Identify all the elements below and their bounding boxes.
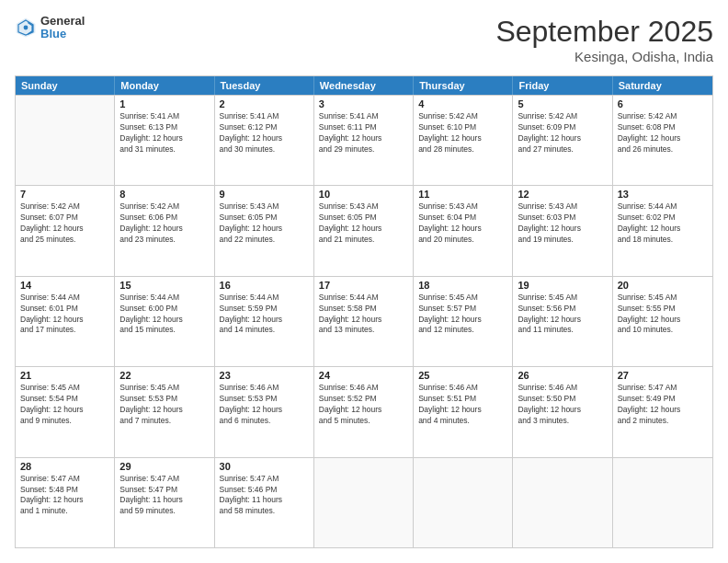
day-number: 1: [119, 98, 209, 109]
day-number: 7: [20, 189, 109, 200]
day-number: 5: [518, 98, 607, 109]
day-info: Sunrise: 5:46 AM Sunset: 5:52 PM Dayligh…: [319, 383, 408, 427]
day-number: 20: [618, 280, 708, 291]
day-info: Sunrise: 5:42 AM Sunset: 6:08 PM Dayligh…: [618, 111, 708, 155]
day-number: 30: [220, 461, 309, 472]
day-number: 14: [20, 280, 109, 291]
day-info: Sunrise: 5:42 AM Sunset: 6:07 PM Dayligh…: [20, 201, 109, 246]
day-number: 26: [518, 370, 607, 381]
calendar: Sunday Monday Tuesday Wednesday Thursday…: [15, 75, 713, 548]
day-info: Sunrise: 5:44 AM Sunset: 6:02 PM Dayligh…: [618, 201, 708, 246]
day-number: 21: [20, 370, 109, 381]
day-number: 22: [119, 370, 209, 381]
day-info: Sunrise: 5:45 AM Sunset: 5:55 PM Dayligh…: [618, 293, 708, 337]
day-info: Sunrise: 5:44 AM Sunset: 5:59 PM Dayligh…: [220, 293, 309, 337]
calendar-body: 1Sunrise: 5:41 AM Sunset: 6:13 PM Daylig…: [16, 95, 712, 547]
day-info: Sunrise: 5:44 AM Sunset: 6:01 PM Dayligh…: [20, 293, 109, 337]
day-number: 16: [220, 280, 309, 291]
day-cell-14: 14Sunrise: 5:44 AM Sunset: 6:01 PM Dayli…: [16, 277, 115, 366]
day-number: 8: [119, 189, 209, 200]
day-cell-5: 5Sunrise: 5:42 AM Sunset: 6:09 PM Daylig…: [513, 96, 612, 185]
day-cell-4: 4Sunrise: 5:42 AM Sunset: 6:10 PM Daylig…: [414, 96, 513, 185]
day-cell-6: 6Sunrise: 5:42 AM Sunset: 6:08 PM Daylig…: [613, 96, 712, 185]
day-number: 24: [319, 370, 408, 381]
day-cell-26: 26Sunrise: 5:46 AM Sunset: 5:50 PM Dayli…: [513, 367, 612, 456]
day-info: Sunrise: 5:47 AM Sunset: 5:47 PM Dayligh…: [119, 474, 209, 518]
day-cell-12: 12Sunrise: 5:43 AM Sunset: 6:03 PM Dayli…: [513, 186, 612, 275]
day-info: Sunrise: 5:45 AM Sunset: 5:56 PM Dayligh…: [518, 293, 607, 337]
day-cell-22: 22Sunrise: 5:45 AM Sunset: 5:53 PM Dayli…: [115, 367, 214, 456]
day-info: Sunrise: 5:44 AM Sunset: 5:58 PM Dayligh…: [319, 293, 408, 337]
day-info: Sunrise: 5:41 AM Sunset: 6:13 PM Dayligh…: [119, 111, 209, 155]
day-info: Sunrise: 5:47 AM Sunset: 5:48 PM Dayligh…: [20, 474, 109, 518]
page: General Blue September 2025 Kesinga, Odi…: [0, 0, 728, 563]
header-monday: Monday: [115, 76, 214, 95]
day-number: 17: [319, 280, 408, 291]
day-cell-18: 18Sunrise: 5:45 AM Sunset: 5:57 PM Dayli…: [414, 277, 513, 366]
week-row-4: 21Sunrise: 5:45 AM Sunset: 5:54 PM Dayli…: [16, 366, 712, 456]
header-sunday: Sunday: [16, 76, 115, 95]
title-block: September 2025 Kesinga, Odisha, India: [495, 15, 713, 64]
day-info: Sunrise: 5:41 AM Sunset: 6:12 PM Dayligh…: [220, 111, 309, 155]
day-cell-10: 10Sunrise: 5:43 AM Sunset: 6:05 PM Dayli…: [314, 186, 414, 275]
logo-general: General: [40, 14, 85, 28]
day-cell-23: 23Sunrise: 5:46 AM Sunset: 5:53 PM Dayli…: [215, 367, 314, 456]
day-cell-9: 9Sunrise: 5:43 AM Sunset: 6:05 PM Daylig…: [215, 186, 314, 275]
day-number: 3: [319, 98, 408, 109]
day-info: Sunrise: 5:46 AM Sunset: 5:51 PM Dayligh…: [418, 383, 507, 427]
day-cell-16: 16Sunrise: 5:44 AM Sunset: 5:59 PM Dayli…: [215, 277, 314, 366]
calendar-header: Sunday Monday Tuesday Wednesday Thursday…: [16, 76, 712, 95]
day-info: Sunrise: 5:45 AM Sunset: 5:53 PM Dayligh…: [119, 383, 209, 427]
day-cell-20: 20Sunrise: 5:45 AM Sunset: 5:55 PM Dayli…: [613, 277, 712, 366]
logo-text: General Blue: [40, 15, 85, 41]
day-info: Sunrise: 5:42 AM Sunset: 6:10 PM Dayligh…: [418, 111, 507, 155]
day-cell-19: 19Sunrise: 5:45 AM Sunset: 5:56 PM Dayli…: [513, 277, 612, 366]
day-cell-24: 24Sunrise: 5:46 AM Sunset: 5:52 PM Dayli…: [314, 367, 414, 456]
day-cell-2: 2Sunrise: 5:41 AM Sunset: 6:12 PM Daylig…: [215, 96, 314, 185]
day-cell-17: 17Sunrise: 5:44 AM Sunset: 5:58 PM Dayli…: [314, 277, 414, 366]
day-cell-1: 1Sunrise: 5:41 AM Sunset: 6:13 PM Daylig…: [115, 96, 214, 185]
day-info: Sunrise: 5:41 AM Sunset: 6:11 PM Dayligh…: [319, 111, 408, 155]
header: General Blue September 2025 Kesinga, Odi…: [15, 15, 713, 64]
day-cell-30: 30Sunrise: 5:47 AM Sunset: 5:46 PM Dayli…: [215, 458, 314, 547]
day-number: 12: [518, 189, 607, 200]
day-cell-11: 11Sunrise: 5:43 AM Sunset: 6:04 PM Dayli…: [414, 186, 513, 275]
day-number: 23: [220, 370, 309, 381]
day-cell-25: 25Sunrise: 5:46 AM Sunset: 5:51 PM Dayli…: [414, 367, 513, 456]
week-row-1: 1Sunrise: 5:41 AM Sunset: 6:13 PM Daylig…: [16, 95, 712, 185]
day-number: 25: [418, 370, 507, 381]
header-tuesday: Tuesday: [215, 76, 314, 95]
day-cell-15: 15Sunrise: 5:44 AM Sunset: 6:00 PM Dayli…: [115, 277, 214, 366]
day-info: Sunrise: 5:42 AM Sunset: 6:09 PM Dayligh…: [518, 111, 607, 155]
day-number: 10: [319, 189, 408, 200]
logo-icon: [15, 17, 37, 39]
day-info: Sunrise: 5:45 AM Sunset: 5:57 PM Dayligh…: [418, 293, 507, 337]
day-info: Sunrise: 5:47 AM Sunset: 5:46 PM Dayligh…: [220, 474, 309, 518]
day-info: Sunrise: 5:45 AM Sunset: 5:54 PM Dayligh…: [20, 383, 109, 427]
header-thursday: Thursday: [414, 76, 513, 95]
header-wednesday: Wednesday: [314, 76, 414, 95]
day-number: 4: [418, 98, 507, 109]
day-cell-29: 29Sunrise: 5:47 AM Sunset: 5:47 PM Dayli…: [115, 458, 214, 547]
day-number: 2: [220, 98, 309, 109]
day-info: Sunrise: 5:44 AM Sunset: 6:00 PM Dayligh…: [119, 293, 209, 337]
day-info: Sunrise: 5:47 AM Sunset: 5:49 PM Dayligh…: [618, 383, 708, 427]
day-cell-empty: [513, 458, 612, 547]
day-number: 19: [518, 280, 607, 291]
logo-blue: Blue: [40, 27, 66, 40]
day-cell-empty: [314, 458, 414, 547]
day-info: Sunrise: 5:43 AM Sunset: 6:05 PM Dayligh…: [220, 201, 309, 246]
day-number: 27: [618, 370, 708, 381]
day-number: 13: [618, 189, 708, 200]
day-cell-3: 3Sunrise: 5:41 AM Sunset: 6:11 PM Daylig…: [314, 96, 414, 185]
day-cell-empty: [613, 458, 712, 547]
day-info: Sunrise: 5:43 AM Sunset: 6:05 PM Dayligh…: [319, 201, 408, 246]
day-info: Sunrise: 5:46 AM Sunset: 5:50 PM Dayligh…: [518, 383, 607, 427]
day-cell-27: 27Sunrise: 5:47 AM Sunset: 5:49 PM Dayli…: [613, 367, 712, 456]
day-cell-empty: [16, 96, 115, 185]
day-cell-7: 7Sunrise: 5:42 AM Sunset: 6:07 PM Daylig…: [16, 186, 115, 275]
day-cell-21: 21Sunrise: 5:45 AM Sunset: 5:54 PM Dayli…: [16, 367, 115, 456]
week-row-5: 28Sunrise: 5:47 AM Sunset: 5:48 PM Dayli…: [16, 457, 712, 547]
day-info: Sunrise: 5:43 AM Sunset: 6:04 PM Dayligh…: [418, 201, 507, 246]
day-cell-28: 28Sunrise: 5:47 AM Sunset: 5:48 PM Dayli…: [16, 458, 115, 547]
